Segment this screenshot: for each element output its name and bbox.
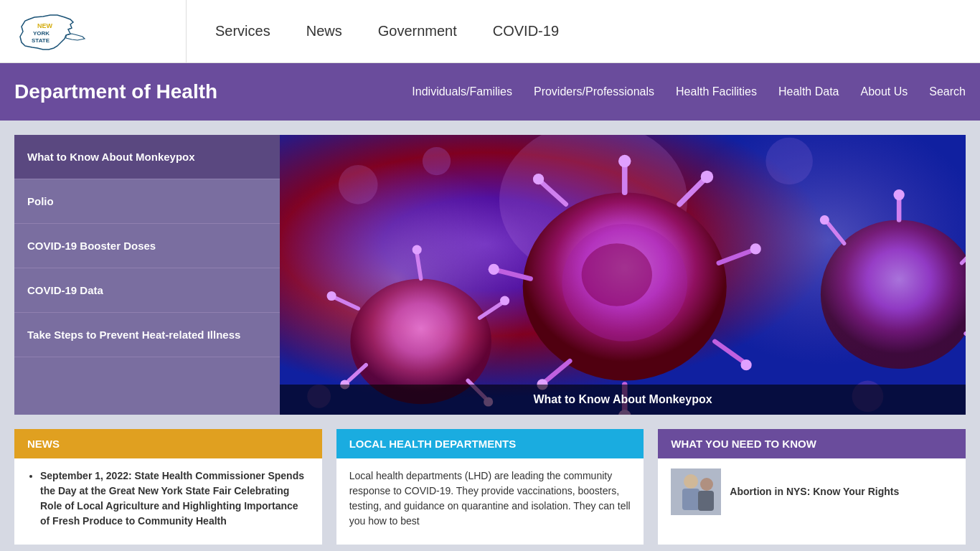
svg-point-44	[339, 165, 378, 204]
nav-services[interactable]: Services	[215, 23, 270, 39]
sidebar-item-polio[interactable]: Polio	[14, 179, 280, 224]
nav-individuals-families[interactable]: Individuals/Families	[412, 85, 512, 98]
svg-point-39	[893, 189, 904, 200]
lhd-text: Local health departments (LHD) are leadi…	[349, 468, 631, 529]
top-navigation: NEW YORK STATE Services News Government …	[0, 0, 980, 63]
svg-point-15	[740, 359, 751, 370]
svg-rect-51	[682, 489, 699, 510]
nav-covid19[interactable]: COVID-19	[493, 23, 559, 39]
svg-text:NEW: NEW	[37, 22, 53, 29]
svg-point-46	[765, 138, 813, 185]
svg-point-43	[820, 215, 829, 225]
sidebar-item-covid-data[interactable]: COVID-19 Data	[14, 268, 280, 313]
wynk-item-1[interactable]: Abortion in NYS: Know Your Rights	[671, 468, 953, 515]
department-navigation: Individuals/Families Providers/Professio…	[230, 85, 966, 98]
featured-visual	[280, 135, 966, 415]
sidebar-item-monkeypox[interactable]: What to Know About Monkeypox	[14, 135, 280, 179]
news-item-1[interactable]: September 1, 2022: State Health Commissi…	[40, 468, 309, 529]
nav-search[interactable]: Search	[929, 85, 966, 98]
department-header: Department of Health Individuals/Familie…	[0, 63, 980, 121]
svg-point-30	[500, 296, 509, 305]
main-content: What to Know About Monkeypox Polio COVID…	[0, 121, 980, 551]
svg-rect-53	[698, 491, 714, 511]
news-item-1-text: September 1, 2022: State Health Commissi…	[40, 470, 304, 527]
nav-health-data[interactable]: Health Data	[778, 85, 839, 98]
svg-text:STATE: STATE	[32, 37, 50, 44]
wynk-item-1-title: Abortion in NYS: Know Your Rights	[730, 484, 899, 499]
news-header: NEWS	[14, 429, 322, 458]
news-card: NEWS September 1, 2022: State Health Com…	[14, 429, 322, 545]
svg-point-13	[750, 243, 761, 254]
svg-point-45	[423, 147, 451, 175]
svg-point-36	[327, 291, 336, 301]
svg-point-9	[618, 155, 631, 167]
wynk-card: WHAT YOU NEED TO KNOW Abortion in NY	[658, 429, 966, 545]
nys-logo: NEW YORK STATE	[14, 6, 93, 57]
nav-government[interactable]: Government	[378, 23, 457, 39]
svg-point-23	[533, 174, 544, 184]
wynk-body: Abortion in NYS: Know Your Rights	[658, 458, 966, 525]
nav-providers-professionals[interactable]: Providers/Professionals	[534, 85, 654, 98]
lhd-body: Local health departments (LHD) are leadi…	[336, 458, 644, 539]
svg-point-50	[684, 474, 698, 489]
news-body: September 1, 2022: State Health Commissi…	[14, 458, 322, 545]
sidebar-item-covid-booster[interactable]: COVID-19 Booster Doses	[14, 224, 280, 268]
logo-area: NEW YORK STATE	[14, 0, 187, 62]
featured-section: What to Know About Monkeypox Polio COVID…	[14, 135, 966, 415]
svg-text:YORK: YORK	[33, 30, 50, 37]
svg-point-21	[489, 264, 499, 275]
lhd-header: LOCAL HEALTH DEPARTMENTS	[336, 429, 644, 458]
nav-health-facilities[interactable]: Health Facilities	[676, 85, 757, 98]
wynk-header: WHAT YOU NEED TO KNOW	[658, 429, 966, 458]
top-nav-links: Services News Government COVID-19	[187, 23, 559, 39]
sidebar-item-heat-illness[interactable]: Take Steps to Prevent Heat-related Illne…	[14, 313, 280, 357]
featured-caption: What to Know About Monkeypox	[280, 385, 966, 415]
department-title: Department of Health	[14, 80, 230, 103]
nav-about-us[interactable]: About Us	[860, 85, 908, 98]
svg-point-25	[582, 243, 652, 306]
lhd-card: LOCAL HEALTH DEPARTMENTS Local health de…	[336, 429, 644, 545]
featured-image: What to Know About Monkeypox	[280, 135, 966, 415]
svg-point-52	[700, 478, 713, 491]
bottom-sections: NEWS September 1, 2022: State Health Com…	[14, 429, 966, 545]
wynk-thumb	[671, 468, 721, 515]
svg-point-28	[413, 245, 422, 254]
nav-news[interactable]: News	[306, 23, 342, 39]
svg-point-11	[701, 171, 713, 183]
sidebar-list: What to Know About Monkeypox Polio COVID…	[14, 135, 280, 415]
